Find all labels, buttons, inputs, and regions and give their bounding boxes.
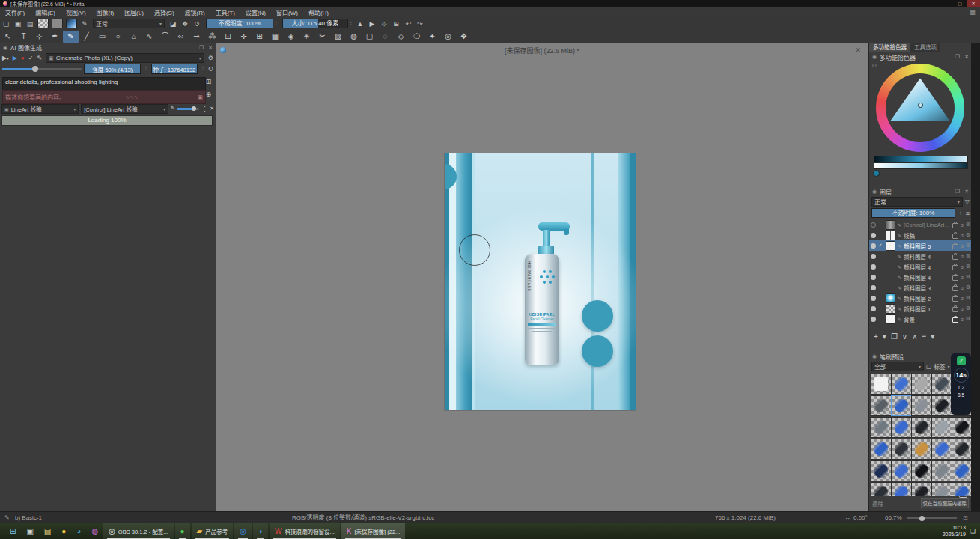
- color-settings-icon[interactable]: ⊡: [872, 63, 877, 69]
- layer-alpha-icon[interactable]: α: [961, 222, 964, 228]
- brush-preset[interactable]: [952, 439, 972, 460]
- layer-row[interactable]: ✎ 颜料图层 4 α ⚙: [869, 251, 972, 261]
- mirror-horizontal-icon[interactable]: ▲: [354, 20, 366, 28]
- brush-preset[interactable]: [891, 482, 912, 496]
- layer-visibility-icon[interactable]: [871, 243, 876, 249]
- polygon-tool[interactable]: ⌂: [126, 31, 141, 43]
- menu-item[interactable]: 工具(T): [210, 8, 240, 16]
- undo-icon[interactable]: ↶: [402, 20, 414, 28]
- brush-preset[interactable]: [911, 417, 932, 438]
- menu-item[interactable]: 选择(S): [149, 8, 180, 16]
- layer-lock-icon[interactable]: [952, 234, 958, 239]
- layer-properties-gear-icon[interactable]: ⚙: [966, 284, 970, 290]
- brush-preset[interactable]: [911, 482, 932, 496]
- freehand-brush-tool[interactable]: ✎: [63, 31, 79, 43]
- brush-preset[interactable]: [911, 439, 932, 460]
- control-layer-select[interactable]: [Control] LineArt 线稿 ▾: [81, 104, 168, 114]
- brush-preset[interactable]: [891, 395, 912, 416]
- brush-preset[interactable]: [952, 417, 972, 438]
- brush-preset[interactable]: [891, 460, 912, 481]
- app-blue-ring-icon[interactable]: ◎: [234, 523, 252, 539]
- brush-preset[interactable]: [931, 439, 952, 460]
- duplicate-layer-icon[interactable]: ❐: [891, 332, 898, 341]
- ellipse-select-tool[interactable]: ◌: [377, 31, 393, 43]
- add-layer-dropdown-icon[interactable]: ▾: [883, 332, 886, 341]
- brush-preset[interactable]: [931, 395, 952, 416]
- brush-preset[interactable]: [891, 417, 912, 438]
- layer-lock-icon[interactable]: [952, 265, 958, 270]
- move-layer-down-icon[interactable]: ∨: [902, 332, 907, 341]
- krita-window-button[interactable]: K [未保存图像] (22...: [341, 523, 406, 539]
- brush-preset[interactable]: [911, 395, 932, 416]
- chat-app-icon[interactable]: ◖: [253, 523, 268, 539]
- menu-item[interactable]: 滤镜(R): [180, 8, 210, 16]
- workspace-chooser-icon[interactable]: ▦: [970, 9, 976, 16]
- menu-item[interactable]: 设置(N): [240, 8, 271, 16]
- layer-properties-gear-icon[interactable]: ⚙: [966, 243, 970, 249]
- brush-preset[interactable]: [871, 439, 892, 460]
- layer-blend-mode-select[interactable]: 正常 ▾: [871, 197, 963, 207]
- chevron-down-icon[interactable]: ▾: [948, 364, 950, 369]
- add-control-icon[interactable]: ⊕: [204, 91, 213, 98]
- multibrush-tool[interactable]: ⁂: [204, 31, 220, 43]
- edit-shapes-tool[interactable]: ⊹: [31, 31, 47, 43]
- layer-lock-icon[interactable]: [952, 255, 958, 260]
- brush-preset[interactable]: [931, 417, 952, 438]
- hue-strip[interactable]: [874, 156, 968, 162]
- layer-properties-gear-icon[interactable]: ⚙: [966, 222, 970, 228]
- close-button[interactable]: ✕: [967, 0, 980, 7]
- task-view-icon[interactable]: ▣: [21, 523, 38, 539]
- control-link-icon[interactable]: ✎: [171, 106, 175, 112]
- calligraphy-tool[interactable]: ✒: [47, 31, 63, 43]
- seed-spinbox[interactable]: 种子: 137648132: [151, 64, 198, 74]
- seed-spin-buttons[interactable]: ∶: [200, 66, 205, 72]
- layer-row[interactable]: ✎ 颜料图层 1 α ⚙: [869, 303, 972, 314]
- document-window-button[interactable]: W 科技浪潮的橱窗设...: [270, 523, 340, 539]
- bezier-curve-tool[interactable]: ⌒: [157, 31, 173, 43]
- edit-region-icon[interactable]: ✎: [37, 55, 42, 61]
- layer-visibility-icon[interactable]: [871, 285, 876, 290]
- color-wheel[interactable]: [876, 64, 964, 152]
- layer-alpha-icon[interactable]: α: [961, 243, 964, 249]
- move-layer-up-icon[interactable]: ∧: [912, 332, 917, 341]
- polygon-select-tool[interactable]: ◇: [393, 31, 409, 43]
- erase-current-layer-option[interactable]: 仅在当前图层内擦除: [921, 498, 970, 508]
- opacity-slider[interactable]: 不透明度: 100%: [206, 19, 273, 28]
- menu-item[interactable]: 图像(I): [91, 8, 120, 16]
- dynamic-brush-tool[interactable]: ⇝: [189, 31, 204, 43]
- layer-row[interactable]: ✎ 颜料图层 4 α ⚙: [869, 272, 972, 282]
- control-more-icon[interactable]: ⋮: [201, 106, 207, 112]
- docker-tab[interactable]: 工具选项: [910, 43, 940, 52]
- brush-preset[interactable]: [952, 482, 972, 496]
- translate-icon[interactable]: ▣: [198, 94, 203, 100]
- float-docker-icon[interactable]: ❐: [955, 189, 960, 195]
- freehand-path-tool[interactable]: ∾: [173, 31, 189, 43]
- zoom-tool[interactable]: ◎: [440, 31, 456, 43]
- foreground-color-swatch[interactable]: [66, 19, 77, 28]
- menu-item[interactable]: 帮助(H): [303, 8, 334, 16]
- text-tool[interactable]: T: [16, 31, 31, 43]
- zoom-fit-icon[interactable]: ⊡: [963, 512, 968, 524]
- brush-preset[interactable]: [891, 374, 912, 395]
- gradient-swatch[interactable]: [52, 19, 63, 28]
- layer-visibility-icon[interactable]: [871, 296, 876, 301]
- layer-alpha-icon[interactable]: α: [961, 285, 964, 290]
- rotation-icon[interactable]: ↔: [844, 512, 850, 524]
- control-strength-slider[interactable]: [177, 108, 199, 110]
- enclose-fill-tool[interactable]: ◍: [346, 31, 362, 43]
- layer-visibility-icon[interactable]: [871, 317, 876, 322]
- remove-control-icon[interactable]: ✕: [210, 106, 214, 112]
- brush-tag-filter-select[interactable]: 全部 ▾: [871, 362, 924, 371]
- float-docker-icon[interactable]: ❐: [199, 45, 204, 51]
- layer-properties-gear-icon[interactable]: ⚙: [966, 264, 970, 270]
- transform-tool[interactable]: ⊞: [252, 31, 267, 43]
- layer-row[interactable]: ✓ ✎ 颜料图层 5 α ⚙: [869, 240, 972, 251]
- strength-spin-buttons[interactable]: ∶: [143, 66, 148, 72]
- layer-alpha-icon[interactable]: α: [961, 264, 964, 270]
- rect-select-tool[interactable]: ▢: [362, 31, 377, 43]
- layer-row[interactable]: ✎ 颜料图层 3 α ⚙: [869, 282, 972, 293]
- start-button[interactable]: ⊞: [4, 523, 21, 539]
- layer-menu-icon[interactable]: ≡: [966, 210, 970, 217]
- reload-preset-icon[interactable]: ↺: [191, 20, 203, 28]
- new-document-icon[interactable]: ▢: [0, 20, 12, 28]
